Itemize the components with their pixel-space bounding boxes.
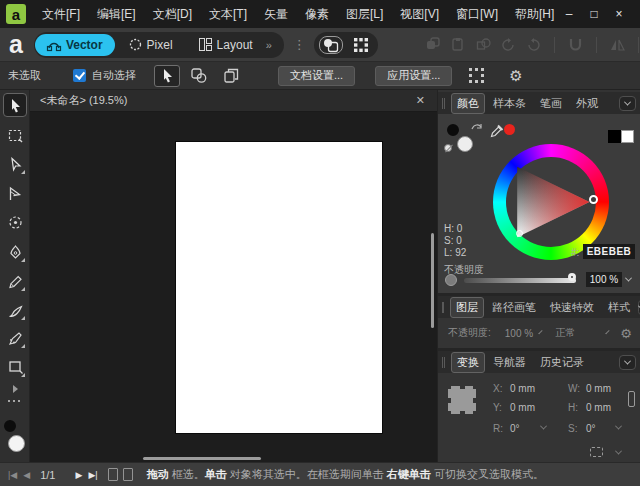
opacity-slider-knob[interactable] <box>568 273 576 281</box>
persona-pixel-tab[interactable]: Pixel <box>117 34 185 56</box>
paste-style-icon[interactable] <box>451 37 466 52</box>
single-page-icon[interactable] <box>108 468 118 481</box>
rotate-cw-icon[interactable] <box>526 37 541 52</box>
black-swatch[interactable] <box>608 130 621 143</box>
menu-edit[interactable]: 编辑[E] <box>97 6 136 23</box>
tab-navigator[interactable]: 导航器 <box>487 352 532 373</box>
move-tool[interactable] <box>3 93 27 117</box>
rotation-field[interactable]: 0° <box>510 423 520 434</box>
chevron-down-icon[interactable] <box>615 448 622 455</box>
margins-grid-icon[interactable] <box>468 67 485 84</box>
panel-collapse-button[interactable] <box>619 96 636 111</box>
link-dimensions-icon[interactable] <box>628 391 635 407</box>
hue-selector[interactable] <box>589 195 598 204</box>
tab-swatches[interactable]: 样本条 <box>487 93 532 114</box>
application-settings-button[interactable]: 应用设置... <box>375 66 452 86</box>
panel-fill-well[interactable] <box>457 136 473 152</box>
menu-layer[interactable]: 图层[L] <box>346 6 383 23</box>
tab-color[interactable]: 颜色 <box>451 93 485 114</box>
layer-opacity-value[interactable]: 100 % <box>505 328 533 339</box>
persona-vector-tab[interactable]: Vector <box>35 34 115 56</box>
artboard-tool[interactable] <box>3 123 27 147</box>
geometry-icon[interactable] <box>476 37 491 52</box>
no-color-well[interactable] <box>444 144 452 152</box>
flip-horizontal-icon[interactable] <box>610 37 625 52</box>
tools-more-button[interactable] <box>0 400 30 408</box>
tool-color-wells[interactable] <box>0 420 30 460</box>
menu-vector[interactable]: 矢量 <box>264 6 288 23</box>
black-white-toggle[interactable] <box>608 130 634 143</box>
last-page-button[interactable]: ▶| <box>88 470 97 480</box>
picked-color-swatch[interactable] <box>504 124 515 135</box>
transform-origin-icon[interactable] <box>590 447 603 457</box>
menu-text[interactable]: 文本[T] <box>209 6 247 23</box>
panel-drag-handle[interactable] <box>442 302 444 313</box>
snapping-icon[interactable] <box>568 37 583 52</box>
y-field[interactable]: 0 mm <box>510 402 535 413</box>
duplicate-icon[interactable] <box>426 37 441 52</box>
tools-expand-arrow[interactable] <box>3 382 27 396</box>
white-swatch[interactable] <box>621 130 634 143</box>
opacity-dropdown-icon[interactable] <box>625 275 632 282</box>
chevron-down-icon[interactable] <box>615 423 622 430</box>
prev-page-button[interactable]: ◀ <box>23 470 30 480</box>
panel-stroke-well[interactable] <box>447 124 459 136</box>
tab-layers[interactable]: 图层 <box>450 297 484 318</box>
contour-tool[interactable] <box>3 181 27 205</box>
maximize-button[interactable]: □ <box>585 5 603 23</box>
persona-overflow-icon[interactable]: » <box>266 39 276 51</box>
blend-mode-value[interactable]: 正常 <box>555 326 575 340</box>
document-tab-close-icon[interactable]: ✕ <box>416 94 425 107</box>
document-page[interactable] <box>176 142 382 433</box>
persona-layout-tab[interactable]: Layout <box>187 34 265 56</box>
document-tab[interactable]: <未命名> (19.5%) <box>40 93 127 108</box>
stroke-color-well[interactable] <box>4 420 16 432</box>
close-button[interactable]: × <box>610 5 628 23</box>
chevron-down-icon[interactable] <box>606 329 610 333</box>
opacity-value-field[interactable]: 100 % <box>586 272 622 287</box>
menu-view[interactable]: 视图[V] <box>400 6 439 23</box>
panel-drag-handle[interactable] <box>442 357 445 368</box>
tab-stroke[interactable]: 笔画 <box>534 93 568 114</box>
tab-appearance[interactable]: 外观 <box>570 93 604 114</box>
panel-drag-handle[interactable] <box>442 98 445 109</box>
menu-document[interactable]: 文档[D] <box>153 6 192 23</box>
opacity-preview-knob[interactable] <box>445 274 457 286</box>
chevron-down-icon[interactable] <box>540 423 547 430</box>
panel-collapse-button[interactable] <box>619 355 636 370</box>
pen-tool[interactable] <box>3 240 27 264</box>
rectangle-tool[interactable] <box>3 355 27 379</box>
insert-target-button[interactable] <box>319 36 343 54</box>
tab-fx[interactable]: 快速特效 <box>544 297 600 318</box>
h-field[interactable]: 0 mm <box>586 402 611 413</box>
tab-stroke-brush[interactable]: 路径画笔 <box>486 297 542 318</box>
rotate-ccw-icon[interactable] <box>501 37 516 52</box>
select-object-mode-button[interactable] <box>186 65 212 87</box>
menu-help[interactable]: 帮助[H] <box>515 6 554 23</box>
w-field[interactable]: 0 mm <box>586 383 611 394</box>
shear-field[interactable]: 0° <box>586 423 596 434</box>
select-layer-mode-button[interactable] <box>218 65 244 87</box>
edit-all-layers-button[interactable] <box>349 36 373 54</box>
document-settings-button[interactable]: 文档设置... <box>278 66 355 86</box>
eyedropper-icon[interactable] <box>490 124 504 138</box>
horizontal-scrollbar[interactable] <box>143 457 261 460</box>
tab-transform[interactable]: 变换 <box>451 352 485 373</box>
facing-pages-icon[interactable] <box>123 468 133 481</box>
anchor-point-selector[interactable] <box>448 386 476 414</box>
first-page-button[interactable]: |◀ <box>8 470 17 480</box>
next-page-button[interactable]: ▶ <box>75 470 82 480</box>
auto-select-checkbox[interactable] <box>73 69 86 82</box>
layer-settings-gear-icon[interactable]: ⚙ <box>620 327 632 340</box>
node-tool[interactable] <box>3 152 27 176</box>
x-field[interactable]: 0 mm <box>510 383 535 394</box>
swap-colors-icon[interactable] <box>471 122 483 132</box>
vector-brush-tool[interactable] <box>3 298 27 322</box>
select-cursor-mode-button[interactable] <box>154 65 180 87</box>
settings-gear-icon[interactable]: ⚙ <box>509 68 522 83</box>
menu-pixel[interactable]: 像素 <box>305 6 329 23</box>
chevron-down-icon[interactable] <box>539 329 543 333</box>
opacity-slider[interactable] <box>464 278 576 283</box>
fill-color-well[interactable] <box>8 435 25 452</box>
hex-value-field[interactable]: EBEBEB <box>583 244 635 259</box>
